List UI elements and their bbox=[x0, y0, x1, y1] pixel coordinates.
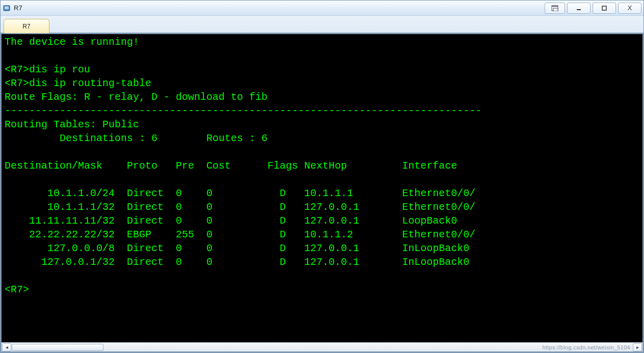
minimize-button[interactable] bbox=[567, 3, 591, 14]
svg-rect-4 bbox=[552, 6, 558, 7]
window-controls: X bbox=[543, 3, 641, 14]
tab-r7[interactable]: R7 bbox=[4, 19, 49, 33]
scrollbar-track[interactable] bbox=[12, 343, 632, 351]
svg-rect-7 bbox=[602, 6, 606, 10]
horizontal-scrollbar[interactable]: ◂ ▸ https://blog.csdn.net/weixin_5104 bbox=[2, 342, 642, 351]
terminal-output[interactable]: The device is running! <R7>dis ip rou <R… bbox=[2, 34, 642, 342]
scrollbar-thumb[interactable] bbox=[12, 344, 103, 351]
app-window: R7 X R7 The device is running! <R7>dis i… bbox=[0, 0, 644, 353]
svg-rect-5 bbox=[553, 8, 558, 11]
svg-rect-2 bbox=[5, 8, 9, 9]
terminal-container: The device is running! <R7>dis ip rou <R… bbox=[1, 33, 643, 352]
window-menu-button[interactable] bbox=[545, 3, 565, 14]
close-button[interactable]: X bbox=[618, 3, 641, 14]
maximize-button[interactable] bbox=[593, 3, 616, 14]
app-icon bbox=[3, 4, 11, 12]
window-title: R7 bbox=[14, 4, 22, 12]
tab-bar: R7 bbox=[1, 16, 643, 33]
svg-rect-6 bbox=[577, 9, 581, 10]
scroll-left-button[interactable]: ◂ bbox=[2, 343, 11, 351]
scroll-right-button[interactable]: ▸ bbox=[633, 343, 642, 351]
svg-rect-1 bbox=[5, 7, 9, 8]
tab-label: R7 bbox=[22, 23, 30, 30]
titlebar: R7 X bbox=[1, 1, 643, 16]
watermark-text: https://blog.csdn.net/weixin_5104 bbox=[542, 343, 630, 352]
